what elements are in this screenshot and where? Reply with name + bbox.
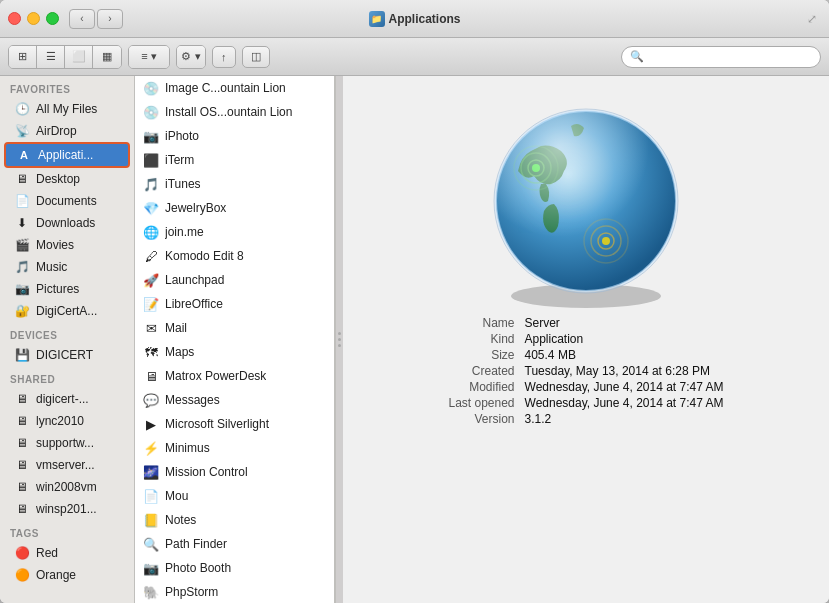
digicerta-icon: 🔐 (14, 303, 30, 319)
search-box[interactable]: 🔍 (621, 46, 821, 68)
file-item[interactable]: 🖊 Komodo Edit 8 (135, 244, 334, 268)
action-button[interactable]: ⚙ ▾ (177, 46, 205, 68)
cover-flow-button[interactable]: ▦ (93, 46, 121, 68)
list-view-button[interactable]: ☰ (37, 46, 65, 68)
file-item[interactable]: 🌌 Mission Control (135, 460, 334, 484)
file-icon: 🌌 (143, 464, 159, 480)
share-button[interactable]: ↑ (212, 46, 236, 68)
sidebar-item-label: Movies (36, 238, 74, 252)
close-button[interactable] (8, 12, 21, 25)
last-opened-label: Last opened (448, 396, 514, 410)
file-item[interactable]: ⚡ Minimus (135, 436, 334, 460)
sidebar-item-orange[interactable]: 🟠 Orange (4, 564, 130, 586)
file-item[interactable]: 🗺 Maps (135, 340, 334, 364)
file-item[interactable]: 🖥 Matrox PowerDesk (135, 364, 334, 388)
sidebar-item-documents[interactable]: 📄 Documents (4, 190, 130, 212)
all-my-files-icon: 🕒 (14, 101, 30, 117)
sidebar-item-music[interactable]: 🎵 Music (4, 256, 130, 278)
created-label: Created (448, 364, 514, 378)
view-buttons: ⊞ ☰ ⬜ ▦ (8, 45, 122, 69)
sidebar-item-supportw[interactable]: 🖥 supportw... (4, 432, 130, 454)
sidebar-item-digicert-shared[interactable]: 🖥 digicert-... (4, 388, 130, 410)
sidebar-item-movies[interactable]: 🎬 Movies (4, 234, 130, 256)
column-view-button[interactable]: ⬜ (65, 46, 93, 68)
kind-value: Application (525, 332, 724, 346)
icon-view-button[interactable]: ⊞ (9, 46, 37, 68)
file-item[interactable]: 📒 Notes (135, 508, 334, 532)
documents-icon: 📄 (14, 193, 30, 209)
arrange-button[interactable]: ≡ ▾ (129, 46, 169, 68)
window-title: 📁 Applications (368, 11, 460, 27)
forward-button[interactable]: › (97, 9, 123, 29)
sidebar-item-red[interactable]: 🔴 Red (4, 542, 130, 564)
sidebar-item-lync2010[interactable]: 🖥 lync2010 (4, 410, 130, 432)
sidebar-item-pictures[interactable]: 📷 Pictures (4, 278, 130, 300)
sidebar: FAVORITES 🕒 All My Files 📡 AirDrop A App… (0, 76, 135, 603)
sidebar-item-label: lync2010 (36, 414, 84, 428)
file-item[interactable]: 📷 iPhoto (135, 124, 334, 148)
sidebar-item-win2008vm[interactable]: 🖥 win2008vm (4, 476, 130, 498)
sidebar-item-label: All My Files (36, 102, 97, 116)
file-item[interactable]: 🌐 join.me (135, 220, 334, 244)
file-list: 💿 Image C...ountain Lion 💿 Install OS...… (135, 76, 335, 603)
back-button[interactable]: ‹ (69, 9, 95, 29)
action-group: ⚙ ▾ (176, 45, 206, 69)
file-item[interactable]: ▶ Microsoft Silverlight (135, 412, 334, 436)
file-icon: 📄 (143, 488, 159, 504)
version-label: Version (448, 412, 514, 426)
sidebar-item-downloads[interactable]: ⬇ Downloads (4, 212, 130, 234)
sidebar-item-digicert[interactable]: 💾 DIGICERT (4, 344, 130, 366)
red-tag-icon: 🔴 (14, 545, 30, 561)
file-item[interactable]: 🎵 iTunes (135, 172, 334, 196)
resize-handle[interactable] (335, 76, 343, 603)
file-item[interactable]: 💎 JewelryBox (135, 196, 334, 220)
arrange2-button[interactable]: ◫ (242, 46, 270, 68)
resize-button[interactable]: ⤢ (807, 12, 821, 26)
search-input[interactable] (647, 50, 812, 64)
sidebar-item-desktop[interactable]: 🖥 Desktop (4, 168, 130, 190)
file-item[interactable]: 📷 Photo Booth (135, 556, 334, 580)
divider-dot (338, 344, 341, 347)
sidebar-item-winsp201[interactable]: 🖥 winsp201... (4, 498, 130, 520)
file-item-name: Mou (165, 489, 188, 503)
movies-icon: 🎬 (14, 237, 30, 253)
applications-icon: A (16, 147, 32, 163)
sidebar-item-label: supportw... (36, 436, 94, 450)
file-item[interactable]: ✉ Mail (135, 316, 334, 340)
folder-icon: 📁 (368, 11, 384, 27)
file-item[interactable]: 🔍 Path Finder (135, 532, 334, 556)
kind-label: Kind (448, 332, 514, 346)
orange-tag-icon: 🟠 (14, 567, 30, 583)
file-icon: ✉ (143, 320, 159, 336)
file-item[interactable]: 📄 Mou (135, 484, 334, 508)
file-item-name: Photo Booth (165, 561, 231, 575)
file-item-name: Mission Control (165, 465, 248, 479)
file-item[interactable]: ⬛ iTerm (135, 148, 334, 172)
sidebar-item-all-my-files[interactable]: 🕒 All My Files (4, 98, 130, 120)
file-item-name: Komodo Edit 8 (165, 249, 244, 263)
arrange-group: ≡ ▾ (128, 45, 170, 69)
file-item[interactable]: 💿 Install OS...ountain Lion (135, 100, 334, 124)
file-icon: 🎵 (143, 176, 159, 192)
file-item[interactable]: 🐘 PhpStorm (135, 580, 334, 603)
sidebar-item-vmserver[interactable]: 🖥 vmserver... (4, 454, 130, 476)
music-icon: 🎵 (14, 259, 30, 275)
last-opened-value: Wednesday, June 4, 2014 at 7:47 AM (525, 396, 724, 410)
shared-label: SHARED (0, 366, 134, 388)
file-icon: 📝 (143, 296, 159, 312)
file-item[interactable]: 💬 Messages (135, 388, 334, 412)
file-item-name: join.me (165, 225, 204, 239)
file-item-name: Messages (165, 393, 220, 407)
minimize-button[interactable] (27, 12, 40, 25)
sidebar-item-applications[interactable]: A Applicati... (4, 142, 130, 168)
file-item[interactable]: 📝 LibreOffice (135, 292, 334, 316)
file-icon: 📷 (143, 560, 159, 576)
file-item[interactable]: 💿 Image C...ountain Lion (135, 76, 334, 100)
sidebar-item-digicert-a[interactable]: 🔐 DigiCertA... (4, 300, 130, 322)
file-item[interactable]: 🚀 Launchpad (135, 268, 334, 292)
favorites-label: FAVORITES (0, 76, 134, 98)
app-info: Name Server Kind Application Size 405.4 … (448, 316, 723, 426)
maximize-button[interactable] (46, 12, 59, 25)
sidebar-item-airdrop[interactable]: 📡 AirDrop (4, 120, 130, 142)
file-icon: 📷 (143, 128, 159, 144)
